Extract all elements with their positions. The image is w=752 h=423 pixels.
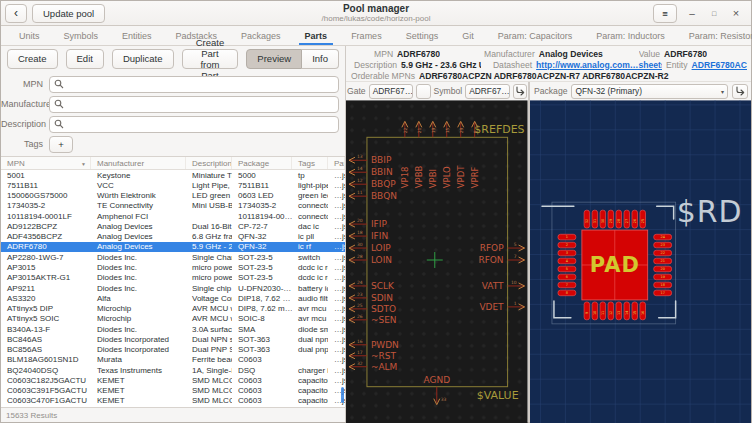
cell-tags: capacitor pas… [292, 386, 328, 395]
pin-number: 23 [357, 292, 363, 297]
tab-units[interactable]: Units [7, 26, 52, 45]
close-button[interactable]: × [729, 6, 743, 20]
cell-tags: avr mcu [292, 314, 328, 323]
table-row[interactable]: AP3015AKTR-G1Diodes Inc.micro power …SOT… [1, 273, 345, 283]
description-search-input[interactable] [49, 116, 339, 133]
scrollbar-thumb[interactable] [341, 387, 344, 403]
pin-number: 26 [357, 314, 363, 319]
pin-name: SDTO [371, 304, 396, 314]
table-scrollbar[interactable] [341, 157, 345, 407]
table-row[interactable]: AP2280-1WG-7Diodes Inc.Single Chann…SOT-… [1, 252, 345, 262]
tab-frames[interactable]: Frames [339, 26, 394, 45]
cell-tags: dcdc ic regula… [292, 263, 328, 272]
package-combo[interactable]: QFN-32 (Primary) ▾ [571, 84, 728, 99]
tab-git[interactable]: Git [450, 26, 486, 45]
column-header-tags[interactable]: Tags [292, 157, 328, 169]
update-pool-button[interactable]: Update pool [32, 4, 105, 23]
column-header-manufacturer[interactable]: Manufacturer [91, 157, 186, 169]
cell-mpn: B340A-13-F [1, 325, 91, 334]
tab-parts[interactable]: Parts [293, 26, 340, 45]
duplicate-button[interactable]: Duplicate [112, 49, 174, 69]
pin-number: 5 [514, 242, 517, 247]
table-row[interactable]: C0603C182J5GACTUKEMETSMD MLCC, …C0603cap… [1, 375, 345, 385]
datasheet-link[interactable]: http://www.analog.com…sheets/ADRF6780.pd… [536, 60, 662, 70]
table-row[interactable]: AP9211Diodes Inc.Single chip Li-…U-DFN20… [1, 283, 345, 293]
table-row[interactable]: ADRF6780Analog Devices5.9 GHz - 23.…QFN-… [1, 242, 345, 252]
svg-text:28: 28 [617, 219, 621, 223]
symbol-combo[interactable]: ADRF67… ▾ [465, 84, 510, 99]
cell-description: AVR MCU wit… [186, 314, 232, 323]
cell-package: SOT-23-5 [232, 273, 292, 282]
pin-name: BBQP [371, 179, 396, 189]
table-row[interactable]: ATtinyx5 SOICMicrochipAVR MCU wit…SOIC-8… [1, 314, 345, 324]
preview-toggle-button[interactable]: Preview [246, 49, 302, 69]
svg-text:7: 7 [565, 283, 567, 287]
info-toggle-button[interactable]: Info [302, 49, 339, 69]
table-row[interactable]: BLM18AG601SN1DMurataFerrite bead, …C0603… [1, 355, 345, 365]
table-row[interactable]: BC846ASDiodes IncorporatedDual NPN sm…SO… [1, 334, 345, 344]
table-row[interactable]: B340A-13-FDiodes Inc.3.0A surface …SMAdi… [1, 324, 345, 334]
svg-text:14: 14 [625, 310, 629, 315]
gate-symbol-package-row: Gate ADRF67… ▾ Symbol ADRF67… ▾ [346, 81, 751, 100]
gate-label: Gate [347, 86, 366, 96]
tab-packages[interactable]: Packages [229, 26, 293, 45]
tab-settings[interactable]: Settings [394, 26, 451, 45]
table-row[interactable]: C0603C391F5GACTUKEMETSMD MLCC, …C0603cap… [1, 386, 345, 396]
table-row[interactable]: AD9122BCPZAnalog DevicesDual 16-Bit, 1…C… [1, 221, 345, 231]
pin-name: SDIN [371, 293, 393, 303]
minimize-icon: – [689, 8, 695, 19]
table-row[interactable]: ADF4356BCPZAnalog Devices6.8 GHz frac-…Q… [1, 232, 345, 242]
svg-text:18: 18 [660, 283, 664, 287]
cell-tags: dual npn sot-… [292, 335, 328, 344]
menu-button[interactable]: ≡ [653, 4, 677, 23]
maximize-button[interactable]: □ [707, 6, 721, 20]
tab-padstacks[interactable]: Padstacks [164, 26, 230, 45]
svg-text:2: 2 [565, 243, 567, 247]
table-row[interactable]: BC856ASDiodes IncorporatedDual PNP Sm…SO… [1, 345, 345, 355]
edit-button[interactable]: Edit [66, 49, 104, 69]
cell-tags: capacitor pas… [292, 396, 328, 405]
tab-param-resistors[interactable]: Param: Resistors [677, 26, 752, 45]
table-row[interactable]: 7511B11VCCLight Pipe, 3 …7511B11light-pi… [1, 180, 345, 190]
tab-symbols[interactable]: Symbols [52, 26, 111, 45]
back-button[interactable]: ‹ [5, 4, 27, 23]
pin-number: 9 [473, 130, 478, 133]
table-row[interactable]: 1734035-2TE ConnectivityMini USB-B r…173… [1, 201, 345, 211]
svg-text:6: 6 [565, 275, 567, 279]
table-row[interactable]: 5001KeystoneMiniature TH…5000tp…json [1, 170, 345, 180]
table-row[interactable]: AS3320AlfaVoltage Contr…DIP18, 7.62 …aud… [1, 293, 345, 303]
create-button[interactable]: Create [7, 49, 58, 69]
mpn-search-input[interactable] [49, 76, 339, 93]
table-row[interactable]: 150060GS75000Würth ElektronikLED green c… [1, 191, 345, 201]
symbol-preview-canvas[interactable]: $REFDES$VALUE22VP1821VPBB19VPBI15VPLO29V… [346, 100, 528, 423]
column-header-description[interactable]: Description [186, 157, 232, 169]
minimize-button[interactable]: – [685, 6, 699, 20]
package-preview-canvas[interactable]: PAD3291243110223301132229124212813520271… [530, 100, 751, 423]
goto-gate-button[interactable] [416, 84, 430, 99]
column-header-mpn[interactable]: MPN▼ [1, 157, 91, 169]
table-row[interactable]: BQ24040DSQTexas Instruments1A, Single-In… [1, 365, 345, 375]
svg-text:1: 1 [565, 235, 567, 239]
table-row[interactable]: AP3015Diodes Inc.micro power …SOT-23-5dc… [1, 262, 345, 272]
cell-mpn: AP9211 [1, 284, 91, 293]
cell-mpn: BC846AS [1, 335, 91, 344]
table-row[interactable]: C0603C470F1GACTUKEMETSMD MLCC, …C0603cap… [1, 396, 345, 406]
cell-description: Dual 16-Bit, 1… [186, 222, 232, 231]
entity-link[interactable]: ADRF6780ACPZN-R7 [692, 60, 747, 70]
cell-description: Light Pipe, 3 … [186, 181, 232, 190]
tab-entities[interactable]: Entities [110, 26, 164, 45]
cell-mpn: ADRF6780 [1, 242, 91, 251]
column-header-package[interactable]: Package [232, 157, 292, 169]
gate-combo[interactable]: ADRF67… ▾ [369, 84, 414, 99]
cell-package: C0603 [232, 396, 292, 405]
create-part-from-part-button[interactable]: Create Part from Part [182, 49, 239, 69]
table-row[interactable]: 10118194-0001LFAmphenol FCI10118194-00…c… [1, 211, 345, 221]
goto-symbol-button[interactable] [513, 84, 527, 99]
table-row[interactable]: ATtinyx5 DIPMicrochipAVR MCU wit…DIP8, 7… [1, 303, 345, 313]
add-tag-button[interactable]: + [49, 136, 73, 153]
manufacturer-search-input[interactable] [49, 96, 339, 113]
goto-package-button[interactable] [732, 84, 748, 99]
cell-manufacturer: Analog Devices [91, 232, 186, 241]
tab-param-inductors[interactable]: Param: Inductors [584, 26, 677, 45]
tab-param-capacitors[interactable]: Param: Capacitors [486, 26, 585, 45]
